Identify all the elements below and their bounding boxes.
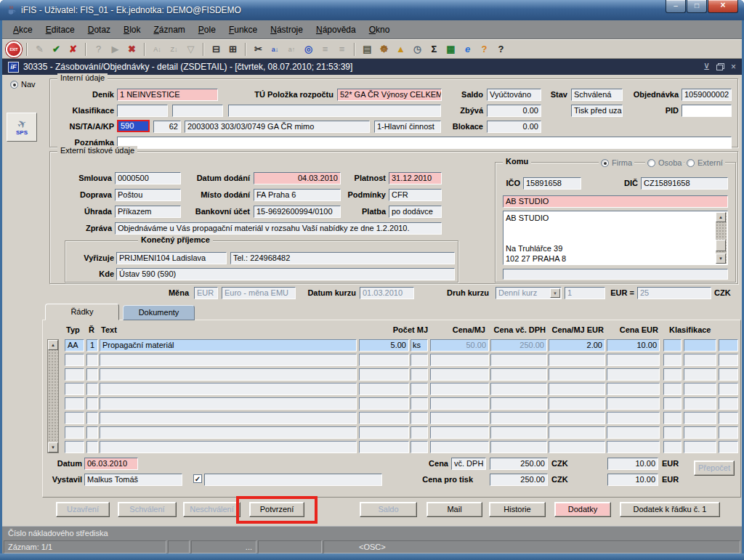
execute-query-icon[interactable]: ▶: [108, 41, 123, 57]
mdi-close-icon[interactable]: ×: [731, 62, 736, 72]
cell-cena-mj-eur[interactable]: [549, 368, 605, 381]
cell-mj[interactable]: [411, 383, 428, 395]
save-icon[interactable]: ✎: [32, 41, 47, 57]
clipboard-icon[interactable]: ▤: [360, 41, 375, 57]
klasifikace-field-2[interactable]: [172, 105, 223, 117]
radio-osoba[interactable]: Osoba: [645, 158, 684, 167]
cell-k3[interactable]: [719, 339, 738, 352]
kde-field[interactable]: Ústav 590 (590): [116, 268, 455, 280]
cell-k2[interactable]: [684, 339, 716, 352]
saldo-button[interactable]: Saldo: [360, 502, 417, 517]
druh-kurzu-select[interactable]: Denní kurz ▼: [496, 287, 562, 299]
cell-pocet[interactable]: [359, 441, 409, 453]
radio-firma[interactable]: Firma: [599, 158, 634, 167]
zprava-field[interactable]: Objednáváme u Vás propagační materiál v …: [115, 222, 442, 235]
radio-externi[interactable]: Externí: [684, 158, 725, 167]
dodatky-button[interactable]: Dodatky: [554, 502, 611, 517]
cell-text[interactable]: [100, 426, 357, 439]
komu-extra-field[interactable]: [503, 269, 728, 280]
cell-mj[interactable]: [411, 412, 428, 424]
cell-cena-dph[interactable]: [490, 412, 547, 424]
clock-icon[interactable]: ◷: [410, 41, 425, 57]
cell-k1[interactable]: [663, 426, 682, 439]
sum-icon[interactable]: Σ: [426, 41, 442, 57]
cell-k2[interactable]: [684, 426, 716, 439]
cell-cena-mj[interactable]: [430, 368, 489, 381]
mena-code-field[interactable]: EUR: [194, 287, 218, 299]
zbyva-field[interactable]: 0.00: [487, 105, 541, 117]
cell-typ[interactable]: [65, 441, 84, 453]
cell-text[interactable]: [100, 368, 357, 381]
zoom-icon[interactable]: ◎: [301, 41, 316, 57]
cancel-query-icon[interactable]: ✖: [124, 41, 140, 57]
cell-pocet[interactable]: [359, 368, 409, 381]
menu-pole[interactable]: Pole: [192, 22, 222, 38]
table-row[interactable]: AA1Propagační materiál5.00ks50.00250.002…: [65, 339, 738, 352]
blokace-field[interactable]: 0.00: [487, 121, 541, 133]
duplicate-item-icon[interactable]: a↓: [267, 41, 283, 57]
cell-typ[interactable]: [65, 412, 84, 424]
menu-napoveda[interactable]: Nápověda: [310, 22, 363, 38]
cell-cena-dph[interactable]: [490, 368, 547, 381]
cell-k3[interactable]: [719, 368, 738, 381]
cell-k2[interactable]: [684, 354, 716, 366]
mena-name-field[interactable]: Euro - měna EMU: [222, 287, 296, 299]
cell-mj[interactable]: [411, 397, 428, 410]
cell-r[interactable]: [86, 441, 98, 453]
cell-k3[interactable]: [719, 354, 738, 366]
cell-cena-eur[interactable]: [607, 426, 660, 439]
cell-k1[interactable]: [663, 339, 682, 352]
cell-mj[interactable]: [411, 441, 428, 453]
tab-radky[interactable]: Řádky: [45, 304, 119, 320]
table-scrollbar[interactable]: ▲ ▼: [47, 339, 59, 453]
misto-dodani-field[interactable]: FA Praha 6: [254, 189, 341, 201]
table-row[interactable]: [65, 412, 738, 424]
tu-polozka-field[interactable]: 52* GA ČR Výnosy CELKEM: [337, 89, 442, 101]
cell-k1[interactable]: [663, 354, 682, 366]
prepocet-button[interactable]: Přepočet: [694, 460, 735, 476]
cell-cena-eur[interactable]: [607, 397, 660, 410]
address-scrollbar[interactable]: ▲ ▼: [716, 212, 727, 264]
cell-r[interactable]: [86, 397, 98, 410]
cell-typ[interactable]: [65, 397, 84, 410]
klasifikace-field-1[interactable]: [117, 105, 168, 117]
cell-typ[interactable]: [65, 368, 84, 381]
ta-field[interactable]: 62: [153, 121, 181, 133]
cell-r[interactable]: [86, 412, 98, 424]
cell-r[interactable]: [86, 383, 98, 395]
sort-asc-icon[interactable]: A↓: [150, 41, 165, 57]
cell-cena-mj-eur[interactable]: [549, 397, 605, 410]
uhrada-field[interactable]: Příkazem: [115, 206, 181, 218]
cell-cena-mj[interactable]: [430, 354, 489, 366]
cell-cena-eur[interactable]: 10.00: [607, 339, 660, 352]
cell-mj[interactable]: [411, 426, 428, 439]
menu-okno[interactable]: Okno: [363, 22, 397, 38]
cell-cena-dph[interactable]: [490, 397, 547, 410]
tisk-pred-uza-field[interactable]: Tisk před uza: [571, 105, 623, 117]
scroll-up-icon[interactable]: ▲: [716, 212, 726, 222]
komu-name-field[interactable]: AB STUDIO: [503, 195, 728, 208]
cena-eur-field[interactable]: 10.00: [607, 458, 658, 470]
menu-funkce[interactable]: Funkce: [222, 22, 264, 38]
cell-cena-mj[interactable]: [430, 412, 489, 424]
vyrizuje-field[interactable]: PRIJMENI104 Ladislava: [116, 252, 227, 264]
cena-czk-field[interactable]: 250.00: [490, 458, 548, 470]
cell-cena-mj[interactable]: [430, 383, 489, 395]
objednavka-field[interactable]: 1059000002: [682, 89, 732, 101]
vystavil-note-field[interactable]: [204, 474, 382, 486]
checkbox-checked[interactable]: ✓: [193, 474, 202, 483]
browser-icon[interactable]: e: [460, 41, 475, 57]
cell-mj[interactable]: ks: [411, 339, 428, 352]
menu-blok[interactable]: Blok: [117, 22, 147, 38]
kp-field[interactable]: 1-Hlavní činnost: [374, 121, 441, 133]
list-records-icon[interactable]: ≡: [334, 41, 349, 57]
help-icon[interactable]: ?: [493, 41, 509, 57]
cell-text[interactable]: [100, 354, 357, 366]
doprava-field[interactable]: Poštou: [115, 189, 181, 201]
cell-r[interactable]: 1: [86, 339, 98, 352]
commit-icon[interactable]: ✔: [49, 41, 64, 57]
cell-mj[interactable]: [411, 368, 428, 381]
denik-field[interactable]: 1 NEINVESTICE: [117, 89, 218, 101]
rollback-icon[interactable]: ✘: [65, 41, 81, 57]
cell-r[interactable]: [86, 354, 98, 366]
